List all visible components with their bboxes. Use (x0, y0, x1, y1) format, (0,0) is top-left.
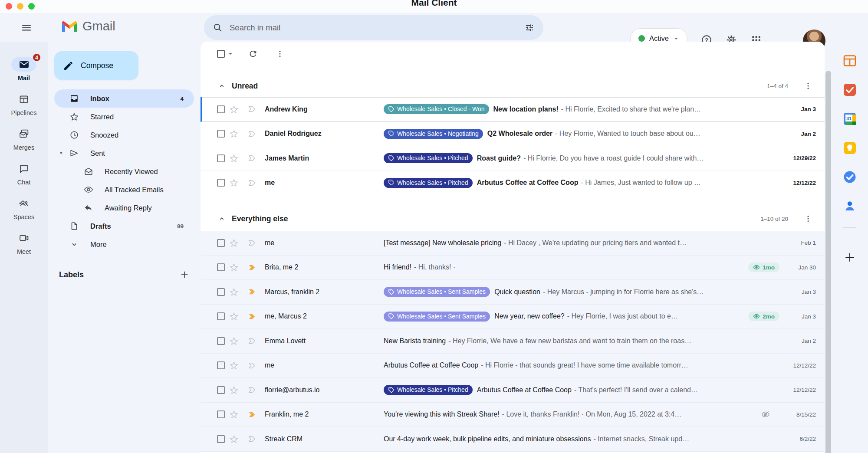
sidebar-item-sent[interactable]: ▾Sent (54, 144, 194, 162)
section-collapse-icon[interactable] (218, 82, 226, 90)
more-options-icon[interactable] (271, 45, 289, 62)
row-star-icon[interactable] (225, 238, 243, 248)
row-checkbox[interactable] (217, 288, 225, 296)
select-all-checkbox[interactable] (217, 50, 225, 58)
rail-item-meet[interactable]: Meet (0, 231, 48, 258)
mail-row[interactable]: meWholesale Sales • PitchedArbutus Coffe… (201, 171, 825, 196)
add-label-plus-icon[interactable] (180, 270, 189, 279)
side-panel-calendar-button[interactable]: 31 (842, 111, 858, 127)
row-star-icon[interactable] (225, 410, 243, 419)
mail-row[interactable]: me, Marcus 2Wholesale Sales • Sent Sampl… (201, 305, 825, 329)
row-checkbox[interactable] (217, 239, 225, 247)
row-star-icon[interactable] (225, 361, 243, 370)
row-star-icon[interactable] (225, 129, 243, 138)
tracking-seen-pill[interactable]: 2mo (748, 312, 779, 321)
row-checkbox[interactable] (217, 410, 225, 418)
row-checkbox[interactable] (217, 130, 225, 138)
importance-marker-icon[interactable] (243, 238, 261, 247)
row-checkbox[interactable] (217, 386, 225, 394)
importance-marker-icon[interactable] (243, 385, 261, 394)
row-checkbox[interactable] (217, 105, 225, 113)
sidebar-item-starred[interactable]: Starred (54, 108, 194, 126)
importance-marker-icon[interactable] (243, 129, 261, 138)
search-options-tune-icon[interactable] (524, 23, 535, 33)
mail-row[interactable]: florrie@arbutus.ioWholesale Sales • Pitc… (201, 378, 825, 403)
row-star-icon[interactable] (225, 263, 243, 272)
rail-item-mail[interactable]: 4Mail (0, 57, 48, 84)
sidebar-item-snoozed[interactable]: Snoozed (54, 126, 194, 144)
section-title: Unread (232, 82, 258, 91)
tracking-seen-pill[interactable]: 1mo (748, 263, 779, 272)
mail-row[interactable]: Brita, me 2Hi friend!- Hi, thanks! ·1moJ… (201, 256, 825, 280)
row-star-icon[interactable] (225, 312, 243, 321)
gmail-logo[interactable]: Gmail (61, 19, 115, 33)
importance-marker-icon[interactable] (243, 154, 261, 163)
row-star-icon[interactable] (225, 385, 243, 395)
row-star-icon[interactable] (225, 287, 243, 297)
section-collapse-icon[interactable] (218, 215, 226, 223)
row-checkbox[interactable] (217, 154, 225, 162)
row-sender: James Martin (261, 154, 384, 162)
rail-item-chat[interactable]: Chat (0, 161, 48, 188)
sidebar-item-all-tracked-emails[interactable]: All Tracked Emails (54, 181, 194, 199)
mail-row[interactable]: Emma LovettNew Barista training- Hey Flo… (201, 329, 825, 354)
side-panel-add-button[interactable] (842, 249, 858, 265)
rail-item-spaces[interactable]: Spaces (0, 196, 48, 223)
row-checkbox[interactable] (217, 435, 225, 443)
sidebar-item-inbox[interactable]: Inbox4 (54, 89, 194, 108)
section-menu-icon[interactable] (801, 212, 815, 226)
row-star-icon[interactable] (225, 178, 243, 187)
row-checkbox[interactable] (217, 179, 225, 187)
row-checkbox[interactable] (217, 312, 225, 320)
main-menu-icon[interactable] (18, 20, 35, 35)
collapse-triangle-icon[interactable]: ▾ (60, 150, 62, 156)
sidebar-item-recently-viewed[interactable]: Recently Viewed (54, 162, 194, 181)
importance-marker-icon[interactable] (243, 312, 261, 321)
sidebar-item-awaiting-reply[interactable]: Awaiting Reply (54, 199, 194, 217)
mail-row[interactable]: Franklin, me 2You're viewing this with S… (201, 403, 825, 427)
scrollbar-thumb[interactable] (825, 71, 831, 453)
row-star-icon[interactable] (225, 154, 243, 163)
rail-item-pipelines[interactable]: Pipelines (0, 92, 48, 119)
row-star-icon[interactable] (225, 105, 243, 114)
importance-marker-icon[interactable] (243, 105, 261, 114)
importance-marker-icon[interactable] (243, 263, 261, 272)
mail-row[interactable]: James MartinWholesale Sales • PitchedRoa… (201, 146, 825, 171)
side-panel-streak-pipelines-button[interactable] (842, 53, 858, 69)
importance-marker-icon[interactable] (243, 178, 261, 187)
importance-marker-icon[interactable] (243, 336, 261, 345)
section-range: 1–10 of 20 (760, 216, 788, 222)
row-checkbox[interactable] (217, 263, 225, 271)
row-star-icon[interactable] (225, 336, 243, 346)
row-subject: Hi friend! (384, 263, 411, 271)
section-menu-icon[interactable] (801, 79, 815, 93)
mail-row[interactable]: Daniel RodriguezWholesale Sales • Negoti… (201, 122, 825, 147)
importance-marker-icon[interactable] (243, 410, 261, 419)
compose-label: Compose (81, 61, 113, 70)
side-panel-tasks-button[interactable] (842, 169, 858, 185)
mail-row[interactable]: meArbutus Coffee at Coffee Coop- Hi Flor… (201, 354, 825, 378)
mail-row[interactable]: Streak CRMOur 4-day work week, bulk pipe… (201, 427, 825, 452)
mail-row[interactable]: Andrew KingWholesale Sales • Closed - Wo… (201, 97, 825, 122)
sidebar-item-drafts[interactable]: Drafts99 (54, 217, 194, 235)
sidebar-item-more[interactable]: More (54, 235, 194, 253)
side-panel-contacts-button[interactable] (842, 198, 858, 214)
row-star-icon[interactable] (225, 434, 243, 444)
side-panel-check-addon-button[interactable] (842, 82, 858, 98)
row-checkbox[interactable] (217, 337, 225, 345)
mail-row[interactable]: me[Test message] New wholesale pricing- … (201, 231, 825, 256)
rail-item-label: Meet (0, 248, 48, 255)
search-bar[interactable] (204, 15, 543, 40)
importance-marker-icon[interactable] (243, 361, 261, 370)
importance-marker-icon[interactable] (243, 287, 261, 296)
select-caret-icon[interactable] (228, 51, 233, 56)
row-checkbox[interactable] (217, 361, 225, 369)
refresh-icon[interactable] (244, 45, 262, 62)
rail-item-merges[interactable]: Merges (0, 127, 48, 154)
compose-button[interactable]: Compose (54, 51, 138, 80)
search-input[interactable] (230, 23, 517, 33)
search-icon[interactable] (213, 23, 223, 33)
importance-marker-icon[interactable] (243, 434, 261, 443)
mail-row[interactable]: Marcus, franklin 2Wholesale Sales • Sent… (201, 280, 825, 305)
side-panel-keep-button[interactable] (842, 140, 858, 156)
